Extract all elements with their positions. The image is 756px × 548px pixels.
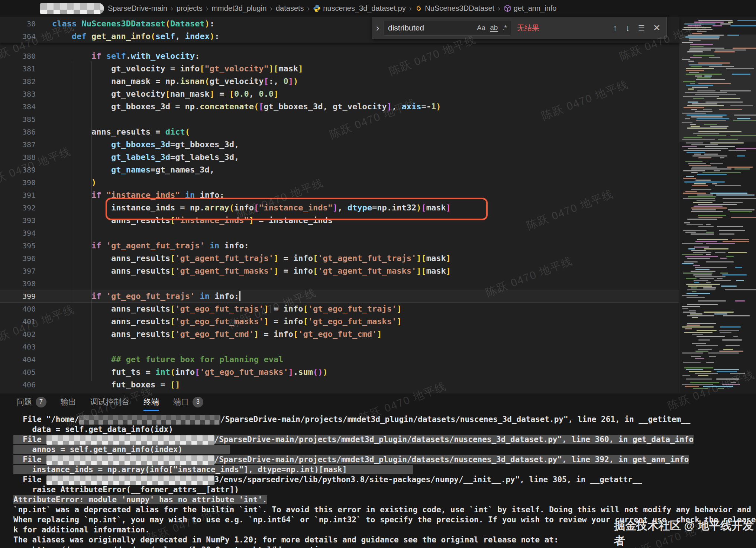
breadcrumb-label: datasets — [276, 4, 304, 13]
tab-output[interactable]: 输出 — [61, 397, 76, 411]
minimap[interactable] — [679, 17, 756, 393]
code-line-383[interactable]: 383 gt_velocity[nan_mask] = [0.0, 0.0] — [0, 88, 679, 100]
breadcrumb-separator: › — [304, 4, 313, 13]
close-find-button[interactable]: ✕ — [653, 23, 660, 33]
code-line-393[interactable]: 393 anns_results["instance_inds"] = inst… — [0, 214, 679, 227]
line-number: 364 — [0, 30, 36, 43]
code-line-381[interactable]: 381 gt_velocity = info["gt_velocity"][ma… — [0, 62, 679, 75]
tab-problems[interactable]: 问题7 — [16, 397, 46, 411]
code-line-405[interactable]: 405 fut_ts = int(info['gt_ego_fut_masks'… — [0, 366, 679, 378]
code-text: anns_results['gt_agent_fut_masks'] = inf… — [52, 266, 451, 275]
tab-ports[interactable]: 端口3 — [173, 397, 203, 411]
code-line-403[interactable]: 403 — [0, 341, 679, 353]
code-line-395[interactable]: 395 if 'gt_agent_fut_trajs' in info: — [0, 239, 679, 252]
breadcrumb-label: get_ann_info — [514, 4, 557, 13]
terminal-line[interactable]: AttributeError: module 'numpy' has no at… — [13, 495, 756, 505]
tab-badge: 3 — [193, 397, 203, 407]
terminal-line[interactable]: File "/home//SparseDrive-main/projects/m… — [13, 415, 756, 425]
code-editor[interactable]: 380 if self.with_velocity:381 gt_velocit… — [0, 17, 756, 393]
line-number: 403 — [0, 341, 36, 353]
find-toggle-replace-chevron[interactable]: › — [372, 23, 383, 33]
breadcrumb-item-mmdet3d-plugin[interactable]: mmdet3d_plugin — [211, 4, 266, 13]
breadcrumb-label: SparseDrive-main — [108, 4, 167, 13]
previous-match-button[interactable]: ↑ — [613, 23, 617, 33]
code-text: if 'gt_agent_fut_trajs' in info: — [52, 241, 249, 250]
code-line-387[interactable]: 387 gt_bboxes_3d=gt_bboxes_3d, — [0, 138, 679, 151]
breadcrumb-item-sparsedrive-main[interactable]: SparseDrive-main — [108, 4, 167, 13]
redacted-workspace-name — [40, 3, 104, 14]
tab-terminal[interactable]: 终端 — [143, 397, 159, 411]
code-line-382[interactable]: 382 nan_mask = np.isnan(gt_velocity[:, 0… — [0, 75, 679, 88]
breadcrumb-separator: › — [167, 4, 177, 13]
code-text: def get_ann_info(self, index): — [52, 32, 219, 41]
python-icon — [313, 4, 321, 12]
code-line-404[interactable]: 404 ## get future box for planning eval — [0, 353, 679, 366]
regex-toggle[interactable]: .* — [502, 24, 507, 32]
code-line-392[interactable]: 392 instance_inds = np.array(info["insta… — [0, 202, 679, 214]
code-line-391[interactable]: 391 if "instance_inds" in info: — [0, 189, 679, 202]
whole-word-toggle[interactable]: ab — [490, 24, 498, 32]
code-text: ) — [52, 178, 96, 187]
find-in-selection-button[interactable]: ☰ — [638, 23, 645, 32]
line-number: 388 — [0, 151, 36, 164]
code-line-401[interactable]: 401 anns_results['gt_ego_fut_masks'] = i… — [0, 315, 679, 328]
code-line-394[interactable]: 394 — [0, 227, 679, 239]
line-number: 390 — [0, 176, 36, 189]
line-number: 380 — [0, 50, 36, 62]
code-line-386[interactable]: 386 anns_results = dict( — [0, 126, 679, 138]
breadcrumb-label: mmdet3d_plugin — [211, 4, 266, 13]
panel-tab-bar: 问题7输出调试控制台终端端口3 — [0, 393, 756, 411]
code-line-398[interactable]: 398 — [0, 277, 679, 290]
find-query-input[interactable] — [387, 23, 472, 33]
breadcrumb-item-nuscenes3ddataset[interactable]: NuScenes3DDataset — [415, 4, 494, 13]
terminal-line[interactable]: instance_inds = np.array(info["instance_… — [13, 465, 756, 475]
code-line-388[interactable]: 388 gt_labels_3d=gt_labels_3d, — [0, 151, 679, 164]
terminal-line[interactable]: annos = self.get_ann_info(index) — [13, 445, 756, 455]
class-icon — [415, 4, 423, 12]
code-text: gt_bboxes_3d=gt_bboxes_3d, — [52, 140, 239, 149]
code-line-384[interactable]: 384 gt_bboxes_3d = np.concatenate([gt_bb… — [0, 100, 679, 113]
tab-label: 输出 — [61, 397, 76, 407]
code-line-389[interactable]: 389 gt_names=gt_names_3d, — [0, 164, 679, 176]
code-line-402[interactable]: 402 anns_results['gt_ego_fut_cmd'] = inf… — [0, 328, 679, 341]
line-number: 398 — [0, 277, 36, 290]
code-line-380[interactable]: 380 if self.with_velocity: — [0, 50, 679, 62]
code-text: gt_names=gt_names_3d, — [52, 165, 214, 174]
terminal-line[interactable]: data = self.get_data_info(idx) — [13, 425, 756, 435]
breadcrumb-item-datasets[interactable]: datasets — [276, 4, 304, 13]
terminal-line[interactable]: File /SparseDrive-main/projects/mmdet3d_… — [13, 435, 756, 445]
code-text: gt_velocity[nan_mask] = [0.0, 0.0] — [52, 89, 278, 99]
find-input[interactable]: Aa ab .* — [383, 20, 511, 36]
redacted-text-block — [46, 476, 214, 485]
tab-label: 终端 — [143, 397, 159, 407]
line-number: 397 — [0, 265, 36, 277]
line-number: 389 — [0, 164, 36, 176]
code-line-399[interactable]: 399 if 'gt_ego_fut_trajs' in info: — [0, 290, 679, 303]
tab-badge: 7 — [36, 397, 46, 407]
line-number: 404 — [0, 353, 36, 366]
breadcrumb-item-nuscenes-3d-dataset-py[interactable]: nuscenes_3d_dataset.py — [313, 4, 406, 13]
terminal-line[interactable]: `np.int` was a deprecated alias for the … — [13, 505, 756, 515]
terminal-line[interactable]: File 3/envs/sparsedrive/lib/python3.8/si… — [13, 475, 756, 485]
code-line-397[interactable]: 397 anns_results['gt_agent_fut_masks'] =… — [0, 265, 679, 277]
code-line-406[interactable]: 406 fut_boxes = [] — [0, 378, 679, 391]
tab-debug-console[interactable]: 调试控制台 — [90, 397, 129, 411]
line-number: 405 — [0, 366, 36, 378]
vscode-window: SparseDrive-main›projects›mmdet3d_plugin… — [0, 0, 756, 548]
line-number: 385 — [0, 113, 36, 126]
breadcrumb-separator: › — [494, 4, 504, 13]
terminal-line[interactable]: File /SparseDrive-main/projects/mmdet3d_… — [13, 455, 756, 465]
breadcrumb-separator: › — [406, 4, 415, 13]
line-number: 392 — [0, 202, 36, 214]
code-line-396[interactable]: 396 anns_results['gt_agent_fut_trajs'] =… — [0, 252, 679, 265]
breadcrumb-item-get-ann-info[interactable]: get_ann_info — [504, 4, 557, 13]
code-line-400[interactable]: 400 anns_results['gt_ego_fut_trajs'] = i… — [0, 303, 679, 315]
code-line-390[interactable]: 390 ) — [0, 176, 679, 189]
find-actions: ↑ ↓ ☰ ✕ — [613, 23, 666, 33]
next-match-button[interactable]: ↓ — [626, 23, 630, 33]
match-case-toggle[interactable]: Aa — [477, 24, 485, 32]
code-line-385[interactable]: 385 — [0, 113, 679, 126]
line-number: 396 — [0, 252, 36, 265]
breadcrumb-item-projects[interactable]: projects — [177, 4, 203, 13]
terminal-line[interactable]: raise AttributeError(__former_attrs__[at… — [13, 485, 756, 495]
